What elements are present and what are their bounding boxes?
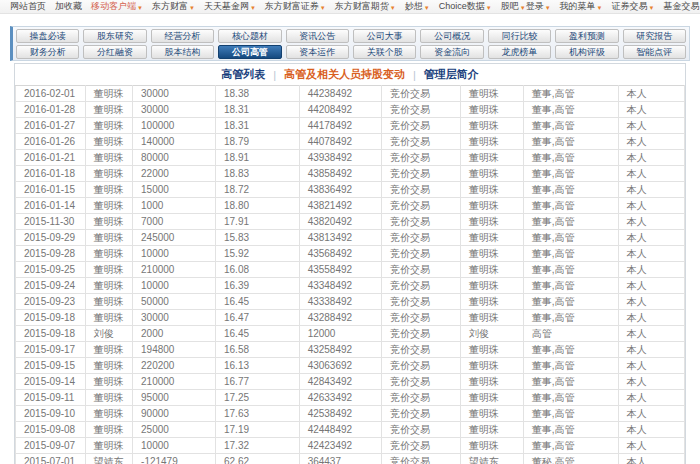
tab-经营分析[interactable]: 经营分析 <box>151 29 214 43</box>
tab-机构评级[interactable]: 机构评级 <box>555 45 618 59</box>
table-cell: 董明珠 <box>460 374 523 390</box>
executive-subnav: 高管列表|高管及相关人员持股变动|管理层简介 <box>15 64 685 85</box>
table-row: 2016-02-01董明珠3000018.3844238492竞价交易董明珠董事… <box>16 86 685 102</box>
subnav-separator: | <box>273 69 276 81</box>
topbar-link-right-2[interactable]: 证券交易▼ <box>612 0 655 13</box>
table-cell: 2016-01-21 <box>16 150 86 166</box>
topbar-link-right-0[interactable]: 登录▼ <box>526 0 551 13</box>
table-cell: 本人 <box>618 406 684 422</box>
table-cell: 竞价交易 <box>381 454 460 464</box>
table-cell: 董明珠 <box>460 310 523 326</box>
table-cell: 董明珠 <box>460 182 523 198</box>
table-cell: 董事,高管 <box>523 406 618 422</box>
topbar-link-left-1[interactable]: 加收藏 <box>55 0 82 13</box>
topbar-link-left-5[interactable]: 东方财富证券▼ <box>265 0 326 13</box>
table-cell: 22000 <box>133 166 216 182</box>
tab-资讯公告[interactable]: 资讯公告 <box>286 29 349 43</box>
table-cell: 董事,高管 <box>523 150 618 166</box>
table-cell: 2016-01-27 <box>16 118 86 134</box>
topbar-link-left-9[interactable]: 股吧▼ <box>501 0 526 13</box>
table-cell: 本人 <box>618 310 684 326</box>
table-cell: 竞价交易 <box>381 326 460 342</box>
topbar-link-left-3[interactable]: 东方财富▼ <box>152 0 195 13</box>
table-cell: 43836492 <box>299 182 381 198</box>
tab-公司大事[interactable]: 公司大事 <box>353 29 416 43</box>
topbar-link-left-6[interactable]: 东方财富期货▼ <box>335 0 396 13</box>
tab-研究报告[interactable]: 研究报告 <box>623 29 686 43</box>
tab-关联个股[interactable]: 关联个股 <box>353 45 416 59</box>
topbar-link-right-3[interactable]: 基金交易▼ <box>664 0 700 13</box>
table-cell: 竞价交易 <box>381 406 460 422</box>
table-cell: 16.45 <box>216 326 300 342</box>
subnav-link-0[interactable]: 高管列表 <box>221 67 265 82</box>
tab-股本结构[interactable]: 股本结构 <box>151 45 214 59</box>
table-cell: 董明珠 <box>460 198 523 214</box>
table-cell: 董明珠 <box>85 214 132 230</box>
tab-操盘必读[interactable]: 操盘必读 <box>16 29 79 43</box>
table-cell: 15.92 <box>216 246 300 262</box>
table-cell: 董事,高管 <box>523 102 618 118</box>
table-cell: 43858492 <box>299 166 381 182</box>
table-cell: 43821492 <box>299 198 381 214</box>
table-cell: 董明珠 <box>85 278 132 294</box>
top-navigation-bar: 网站首页加收藏移动客户端▼东方财富▼天天基金网▼东方财富证券▼东方财富期货▼妙想… <box>0 0 700 14</box>
table-cell: 竞价交易 <box>381 150 460 166</box>
tab-核心题材[interactable]: 核心题材 <box>218 29 281 43</box>
table-row: 2015-09-18刘俊200016.4512000竞价交易刘俊高管本人 <box>16 326 685 342</box>
table-cell: 本人 <box>618 214 684 230</box>
table-cell: 18.31 <box>216 102 300 118</box>
table-cell: 竞价交易 <box>381 278 460 294</box>
table-cell: 本人 <box>618 374 684 390</box>
table-cell: 1000 <box>133 198 216 214</box>
topbar-link-right-1[interactable]: 我的菜单▼ <box>560 0 603 13</box>
table-cell: 本人 <box>618 134 684 150</box>
tab-资金流向[interactable]: 资金流向 <box>420 45 483 59</box>
table-row: 2015-09-18董明珠3000016.4743288492竞价交易董明珠董事… <box>16 310 685 326</box>
topbar-link-label: 妙想 <box>405 0 423 13</box>
table-cell: 董明珠 <box>460 406 523 422</box>
topbar-link-label: 东方财富证券 <box>265 0 319 13</box>
tab-公司概况[interactable]: 公司概况 <box>420 29 483 43</box>
table-cell: 44178492 <box>299 118 381 134</box>
tab-股东研究[interactable]: 股东研究 <box>83 29 146 43</box>
executive-holdings-content: 高管列表|高管及相关人员持股变动|管理层简介 2016-02-01董明珠3000… <box>14 63 686 464</box>
subnav-link-2[interactable]: 管理层简介 <box>424 67 479 82</box>
topbar-link-left-4[interactable]: 天天基金网▼ <box>204 0 256 13</box>
table-row: 2015-09-23董明珠5000016.4543338492竞价交易董明珠董事… <box>16 294 685 310</box>
tab-盈利预测[interactable]: 盈利预测 <box>555 29 618 43</box>
table-cell: 本人 <box>618 102 684 118</box>
tab-同行比较[interactable]: 同行比较 <box>488 29 551 43</box>
table-cell: 董事,高管 <box>523 438 618 454</box>
table-cell: 董明珠 <box>85 166 132 182</box>
table-cell: 董明珠 <box>85 86 132 102</box>
tab-智能点评[interactable]: 智能点评 <box>623 45 686 59</box>
topbar-link-label: 东方财富期货 <box>335 0 389 13</box>
topbar-link-label: 移动客户端 <box>91 0 136 13</box>
table-cell: 10000 <box>133 438 216 454</box>
table-cell: 董明珠 <box>460 278 523 294</box>
table-row: 2015-09-25董明珠21000016.0843558492竞价交易董明珠董… <box>16 262 685 278</box>
table-cell: -121479 <box>133 454 216 464</box>
tab-公司高管[interactable]: 公司高管 <box>218 45 281 59</box>
tab-龙虎榜单[interactable]: 龙虎榜单 <box>488 45 551 59</box>
tab-row-2: 财务分析分红融资股本结构公司高管资本运作关联个股资金流向龙虎榜单机构评级智能点评 <box>16 45 686 59</box>
table-cell: 本人 <box>618 326 684 342</box>
topbar-link-left-2[interactable]: 移动客户端▼ <box>91 0 143 13</box>
table-row: 2015-09-17董明珠19480016.5843258492竞价交易董明珠董… <box>16 342 685 358</box>
tab-财务分析[interactable]: 财务分析 <box>16 45 79 59</box>
topbar-link-left-7[interactable]: 妙想▼ <box>405 0 430 13</box>
topbar-link-left-8[interactable]: Choice数据▼ <box>439 0 492 13</box>
table-cell: 竞价交易 <box>381 86 460 102</box>
table-row: 2015-07-01望靖东-12147962.62364437竞价交易望靖东董秘… <box>16 454 685 464</box>
tab-资本运作[interactable]: 资本运作 <box>286 45 349 59</box>
tab-分红融资[interactable]: 分红融资 <box>83 45 146 59</box>
subnav-link-1[interactable]: 高管及相关人员持股变动 <box>284 67 405 82</box>
table-cell: 董明珠 <box>85 134 132 150</box>
table-cell: 董明珠 <box>460 438 523 454</box>
table-cell: 董明珠 <box>85 198 132 214</box>
table-cell: 43338492 <box>299 294 381 310</box>
topbar-link-left-0[interactable]: 网站首页 <box>10 0 46 13</box>
table-row: 2015-09-29董明珠24500015.8343813492竞价交易董明珠董… <box>16 230 685 246</box>
table-cell: 2015-09-29 <box>16 230 86 246</box>
table-cell: 17.32 <box>216 438 300 454</box>
